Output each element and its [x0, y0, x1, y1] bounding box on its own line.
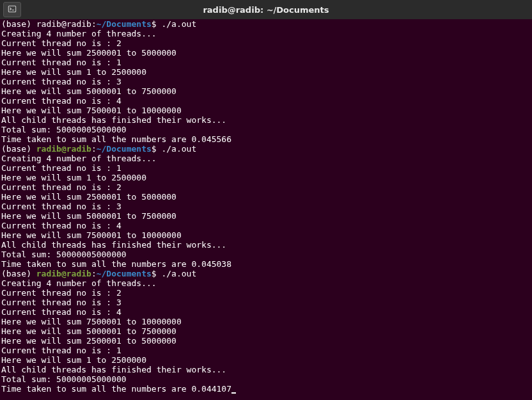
- output-line: Here we will sum 2500001 to 5000000: [1, 192, 532, 202]
- prompt-user: radib@radib: [36, 19, 91, 29]
- prompt-dollar: $: [152, 19, 162, 29]
- prompt-line: (base) radib@radib:~/Documents$ ./a.out: [1, 144, 532, 154]
- output-line: Total sum: 50000005000000: [1, 125, 532, 134]
- prompt-separator: :: [91, 269, 97, 278]
- output-line: Current thread no is : 4: [1, 307, 532, 317]
- command-text: ./a.out: [161, 19, 196, 29]
- prompt-dollar: $: [152, 144, 162, 154]
- output-line: Current thread no is : 3: [1, 298, 532, 307]
- command-text: ./a.out: [161, 144, 196, 154]
- cursor: [231, 385, 236, 394]
- svg-rect-0: [8, 6, 15, 12]
- terminal-body[interactable]: (base) radib@radib:~/Documents$ ./a.outC…: [0, 19, 532, 400]
- output-line: Here we will sum 2500001 to 5000000: [1, 336, 532, 346]
- output-line: Total sum: 50000005000000: [1, 374, 532, 384]
- prompt-separator: :: [91, 19, 97, 29]
- output-line: Total sum: 50000005000000: [1, 250, 532, 259]
- output-line: All child threads has finished their wor…: [1, 365, 532, 374]
- prompt-dollar: $: [152, 269, 162, 278]
- prompt-line: (base) radib@radib:~/Documents$ ./a.out: [1, 269, 532, 278]
- window-title: radib@radib: ~/Documents: [0, 5, 532, 15]
- output-line: Current thread no is : 3: [1, 202, 532, 211]
- output-line: All child threads has finished their wor…: [1, 240, 532, 250]
- command-text: ./a.out: [161, 269, 196, 278]
- output-line: Time taken to sum all the numbers are 0.…: [1, 134, 532, 144]
- prompt-user: radib@radib: [36, 269, 91, 278]
- terminal-icon: [8, 4, 17, 15]
- new-tab-button[interactable]: [3, 2, 21, 17]
- prompt-path: ~/Documents: [97, 269, 152, 278]
- output-line: Creating 4 number of threads...: [1, 29, 532, 38]
- output-line: Current thread no is : 4: [1, 96, 532, 106]
- prompt-path: ~/Documents: [97, 19, 152, 29]
- terminal-window: radib@radib: ~/Documents (base) radib@ra…: [0, 0, 532, 400]
- output-line: Current thread no is : 3: [1, 77, 532, 86]
- prompt-path: ~/Documents: [97, 144, 152, 154]
- output-line: Time taken to sum all the numbers are 0.…: [1, 384, 532, 394]
- prompt-user: radib@radib: [36, 144, 91, 154]
- output-line: Current thread no is : 2: [1, 38, 532, 48]
- prompt-separator: :: [91, 144, 97, 154]
- output-line: Here we will sum 2500001 to 5000000: [1, 48, 532, 58]
- output-line: Current thread no is : 1: [1, 346, 532, 355]
- output-line: Here we will sum 7500001 to 10000000: [1, 317, 532, 326]
- titlebar: radib@radib: ~/Documents: [0, 0, 532, 19]
- output-line: Here we will sum 7500001 to 10000000: [1, 230, 532, 240]
- output-line: Here we will sum 1 to 2500000: [1, 173, 532, 182]
- output-line: Here we will sum 5000001 to 7500000: [1, 326, 532, 336]
- output-line: Creating 4 number of threads...: [1, 154, 532, 163]
- output-line: Current thread no is : 2: [1, 288, 532, 298]
- output-line: Current thread no is : 1: [1, 163, 532, 173]
- prompt-base: (base): [1, 144, 36, 154]
- output-line: Current thread no is : 4: [1, 221, 532, 230]
- output-line: Current thread no is : 2: [1, 182, 532, 192]
- output-line: Here we will sum 1 to 2500000: [1, 67, 532, 77]
- output-line: Here we will sum 1 to 2500000: [1, 355, 532, 365]
- output-line: Here we will sum 5000001 to 7500000: [1, 211, 532, 221]
- output-line: Time taken to sum all the numbers are 0.…: [1, 259, 532, 269]
- output-line: All child threads has finished their wor…: [1, 115, 532, 125]
- prompt-base: (base): [1, 269, 36, 278]
- output-line: Here we will sum 5000001 to 7500000: [1, 86, 532, 96]
- prompt-line: (base) radib@radib:~/Documents$ ./a.out: [1, 19, 532, 29]
- output-line: Creating 4 number of threads...: [1, 278, 532, 288]
- output-line: Here we will sum 7500001 to 10000000: [1, 106, 532, 115]
- output-line: Current thread no is : 1: [1, 58, 532, 67]
- prompt-base: (base): [1, 19, 36, 29]
